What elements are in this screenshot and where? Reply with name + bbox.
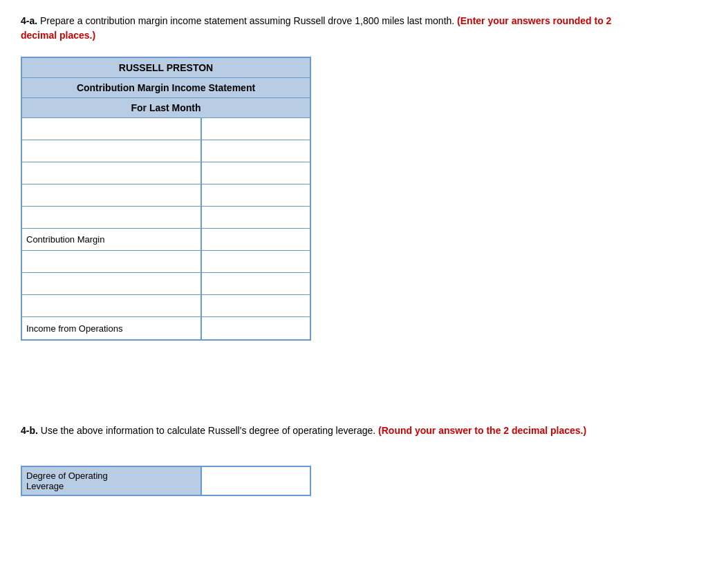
table-row: [22, 207, 310, 229]
row-3-label: [22, 162, 202, 184]
table-row: [22, 140, 310, 162]
row-8-label: [22, 273, 202, 294]
statement-subtitle-header: For Last Month: [22, 98, 310, 118]
row-1-label: [22, 118, 202, 140]
table-row: [22, 251, 310, 273]
leverage-container: Degree of OperatingLeverage: [21, 466, 311, 496]
row-5-input[interactable]: [205, 211, 307, 224]
row-7-input-cell: [202, 251, 310, 272]
contribution-margin-label: Contribution Margin: [22, 229, 202, 250]
row-4-label: [22, 184, 202, 206]
row-3-input[interactable]: [205, 167, 307, 180]
income-statement-container: RUSSELL PRESTON Contribution Margin Inco…: [21, 57, 311, 341]
row-7-input[interactable]: [205, 255, 307, 268]
table-row: [22, 273, 310, 295]
contribution-margin-input-cell: [202, 229, 310, 250]
row-1-input-cell: [202, 118, 310, 140]
contribution-margin-row: Contribution Margin: [22, 229, 310, 251]
row-4-input-cell: [202, 184, 310, 206]
row-9-label: [22, 295, 202, 316]
leverage-label: Degree of OperatingLeverage: [22, 467, 202, 495]
row-9-input-cell: [202, 295, 310, 316]
row-5-label: [22, 207, 202, 228]
table-row: [22, 295, 310, 317]
question-4b-label: 4-b.: [21, 425, 38, 436]
table-row: [22, 184, 310, 207]
table-row: [22, 118, 310, 140]
row-9-input[interactable]: [205, 299, 307, 312]
leverage-input-cell: [202, 467, 310, 495]
question-4a-label: 4-a.: [21, 15, 37, 26]
statement-title-header: Contribution Margin Income Statement: [22, 78, 310, 98]
question-4b-section: 4-b. Use the above information to calcul…: [21, 424, 643, 438]
question-4a-text: 4-a. Prepare a contribution margin incom…: [21, 14, 643, 43]
row-2-input[interactable]: [205, 144, 307, 158]
income-operations-input-cell: [202, 317, 310, 339]
leverage-input[interactable]: [205, 475, 307, 488]
row-2-label: [22, 140, 202, 162]
row-1-input[interactable]: [205, 122, 307, 135]
row-7-label: [22, 251, 202, 272]
question-4b-highlight: (Round your answer to the 2 decimal plac…: [378, 425, 586, 436]
row-3-input-cell: [202, 162, 310, 184]
row-2-input-cell: [202, 140, 310, 162]
contribution-margin-input[interactable]: [205, 233, 307, 246]
row-5-input-cell: [202, 207, 310, 228]
question-4b-text: 4-b. Use the above information to calcul…: [21, 424, 643, 438]
question-4b-body: Use the above information to calculate R…: [41, 425, 378, 436]
row-4-input[interactable]: [205, 189, 307, 202]
income-operations-input[interactable]: [205, 322, 307, 335]
income-statement-table: RUSSELL PRESTON Contribution Margin Inco…: [21, 57, 311, 341]
income-operations-label: Income from Operations: [22, 317, 202, 339]
question-4a-body: Prepare a contribution margin income sta…: [40, 15, 457, 26]
table-row: [22, 162, 310, 184]
company-name-header: RUSSELL PRESTON: [22, 58, 310, 78]
income-operations-row: Income from Operations: [22, 317, 310, 339]
row-8-input[interactable]: [205, 277, 307, 290]
leverage-row: Degree of OperatingLeverage: [21, 466, 311, 496]
row-8-input-cell: [202, 273, 310, 294]
